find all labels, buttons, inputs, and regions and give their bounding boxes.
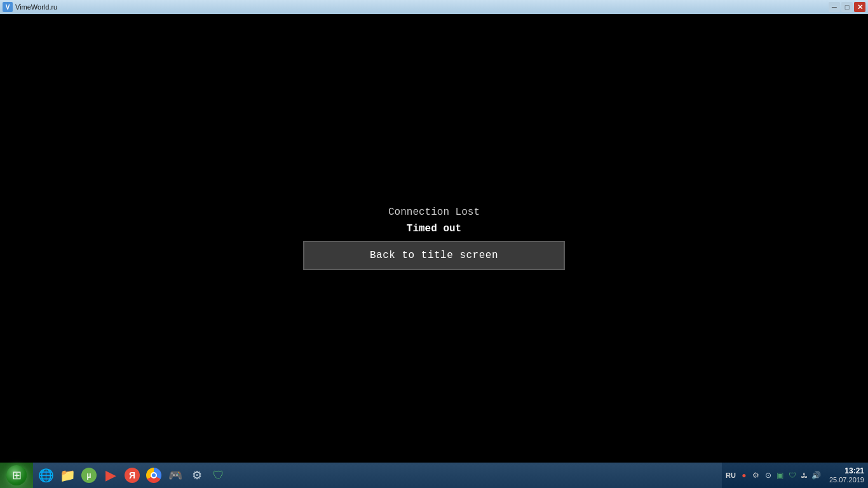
minimize-button[interactable]: ─	[829, 2, 840, 12]
game-window: Connection Lost Timed out Back to title …	[0, 14, 868, 463]
taskbar-icon-steam[interactable]: ⚙	[187, 465, 207, 485]
dialog-container: Connection Lost Timed out Back to title …	[303, 207, 565, 270]
taskbar-icon-ie[interactable]: 🌐	[36, 465, 56, 485]
maximize-button[interactable]: □	[841, 2, 853, 12]
back-to-title-button[interactable]: Back to title screen	[303, 241, 565, 270]
taskbar-icons: 🌐 📁 µ ▶ Я 🎮 ⚙ 🛡	[33, 465, 722, 485]
clock-date: 25.07.2019	[829, 476, 864, 484]
clock-time: 13:21	[844, 466, 864, 475]
system-tray: RU ● ⚙ ⊙ ▣ 🛡 🖧 🔊	[722, 463, 825, 488]
taskbar: ⊞ 🌐 📁 µ ▶ Я 🎮 ⚙ 🛡 RU ●	[0, 463, 868, 488]
titlebar-left: V VimeWorld.ru	[3, 2, 57, 12]
start-button[interactable]: ⊞	[0, 463, 33, 488]
taskbar-icon-folder[interactable]: 📁	[57, 465, 78, 485]
tray-icon-red[interactable]: ●	[739, 470, 749, 480]
tray-language[interactable]: RU	[726, 471, 736, 479]
timed-out-text: Timed out	[407, 223, 461, 234]
windows-logo-icon: ⊞	[12, 468, 22, 482]
tray-icon-volume[interactable]: 🔊	[811, 470, 822, 480]
tray-icon-comodo2[interactable]: 🛡	[787, 470, 797, 480]
taskbar-icon-comodo[interactable]: 🛡	[208, 465, 229, 485]
clock-area[interactable]: 13:21 25.07.2019	[825, 463, 868, 488]
close-button[interactable]: ✕	[854, 2, 865, 12]
titlebar-app-icon: V	[3, 2, 13, 12]
tray-icon-network[interactable]: 🖧	[799, 470, 810, 480]
taskbar-icon-discord[interactable]: 🎮	[165, 465, 186, 485]
tray-icon-display[interactable]: ▣	[775, 470, 785, 480]
tray-icon-game[interactable]: ⊙	[763, 470, 773, 480]
start-orb: ⊞	[6, 465, 27, 485]
taskbar-icon-yandex[interactable]: Я	[122, 465, 142, 485]
connection-lost-title: Connection Lost	[388, 207, 480, 218]
taskbar-icon-chrome[interactable]	[144, 465, 164, 485]
taskbar-icon-utorrent[interactable]: µ	[79, 465, 99, 485]
titlebar-controls: ─ □ ✕	[829, 2, 865, 12]
tray-icon-settings[interactable]: ⚙	[751, 470, 761, 480]
titlebar-title: VimeWorld.ru	[15, 3, 57, 11]
taskbar-icon-media-player[interactable]: ▶	[100, 465, 121, 485]
titlebar: V VimeWorld.ru ─ □ ✕	[0, 0, 868, 14]
